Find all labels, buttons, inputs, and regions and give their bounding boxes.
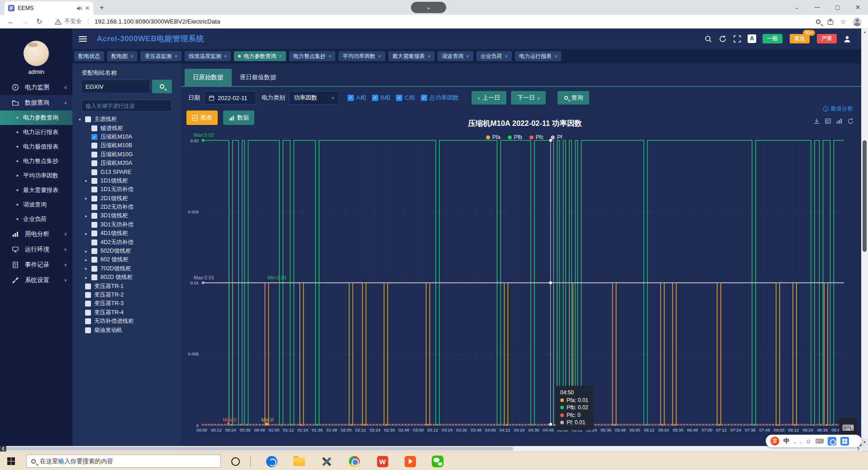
close-tab-icon[interactable]: × [174, 53, 177, 59]
taskbar-search[interactable] [26, 455, 221, 468]
date-input[interactable]: 2022-02-11 [204, 91, 256, 105]
tree-checkbox[interactable] [91, 213, 97, 219]
category-select[interactable]: 功率因数 ∨ [289, 91, 339, 105]
menu-toggle-icon[interactable] [79, 36, 87, 42]
sidebar-item-系统设置[interactable]: 系统设置∨ [0, 273, 72, 288]
share-icon[interactable] [827, 18, 834, 25]
sogou-emoji-icon[interactable]: ☺ [805, 438, 811, 445]
tab-audio-icon[interactable] [76, 5, 82, 11]
tree-item-压缩机M10A[interactable]: ✓压缩机M10A [79, 133, 178, 141]
tree-checkbox[interactable] [91, 187, 97, 192]
nav-tab-最大需量报表[interactable]: 最大需量报表× [388, 51, 434, 61]
station-search-button[interactable] [152, 80, 172, 93]
tree-checkbox[interactable] [91, 143, 97, 149]
back-icon[interactable]: ← [7, 18, 14, 26]
sidebar-subitem-电力参数查询[interactable]: •电力参数查询 [0, 110, 72, 125]
tree-item-变压器TR-2[interactable]: 变压器TR-2 [79, 291, 178, 299]
tree-checkbox[interactable] [91, 266, 97, 272]
nav-tab-配电图[interactable]: 配电图× [107, 51, 137, 61]
close-tab-icon[interactable]: × [279, 53, 281, 59]
tree-checkbox[interactable] [91, 240, 97, 245]
nav-tab-变压器监测[interactable]: 变压器监测× [140, 51, 181, 61]
refresh-icon[interactable] [719, 35, 727, 43]
tree-item-变压器TR-1[interactable]: 变压器TR-1 [79, 282, 178, 290]
sidebar-subitem-平均功率因数[interactable]: •平均功率因数 [0, 168, 72, 183]
tree-checkbox[interactable] [85, 292, 91, 298]
sidebar-subitem-电力极值报表[interactable]: •电力极值报表 [0, 139, 72, 154]
tree-item-变压器TR-4[interactable]: 变压器TR-4 [79, 308, 178, 317]
tree-checkbox[interactable] [85, 283, 91, 289]
tree-item-802D 馈线柜[interactable]: ▸802D 馈线柜 [79, 273, 178, 282]
tree-item-1D1无功补偿[interactable]: 1D1无功补偿 [79, 185, 178, 194]
tree-checkbox[interactable] [91, 169, 97, 175]
close-tab-icon[interactable]: × [329, 53, 331, 59]
tree-item-702D馈线柜[interactable]: ▸702D馈线柜 [79, 264, 178, 273]
tree-checkbox[interactable] [91, 125, 97, 131]
checkbox-总功率因数[interactable]: ✓总功率因数 [421, 94, 459, 102]
tree-item-辅进线柜[interactable]: 辅进线柜 [79, 124, 178, 132]
close-tab-icon[interactable]: × [224, 53, 227, 59]
checkbox-box[interactable]: ✓ [421, 95, 427, 101]
tree-down-arrow-icon[interactable]: ▾ [79, 117, 85, 122]
tree-item-1D1馈线柜[interactable]: ▸1D1馈线柜 [79, 177, 178, 185]
minimize-button[interactable]: — [807, 0, 827, 15]
file-explorer-icon[interactable] [292, 455, 306, 468]
tree-checkbox[interactable] [91, 222, 97, 228]
tree-checkbox[interactable] [91, 152, 97, 158]
prev-day-button[interactable]: ‹ 上一日 [472, 91, 506, 105]
tree-item-压缩机M20A[interactable]: 压缩机M20A [79, 159, 178, 168]
sogou-tool-icon[interactable] [828, 437, 836, 446]
tree-right-arrow-icon[interactable]: ▸ [85, 214, 91, 218]
vertical-scrollbar-thumb[interactable] [863, 140, 867, 252]
tree-item-无功补偿进线柜[interactable]: 无功补偿进线柜 [79, 317, 178, 326]
sogou-logo-icon[interactable]: S [770, 436, 779, 446]
checkbox-box[interactable]: ✓ [396, 95, 402, 101]
tree-item-2D1馈线柜[interactable]: ▸2D1馈线柜 [79, 194, 178, 203]
wechat-icon[interactable] [431, 455, 444, 468]
sub-tab-日原始数据[interactable]: 日原始数据 [185, 69, 232, 86]
tree-filter-input[interactable] [81, 100, 172, 112]
utility-app-icon[interactable] [320, 455, 334, 468]
tree-right-arrow-icon[interactable]: ▸ [85, 231, 91, 236]
start-button[interactable] [7, 457, 15, 465]
sidebar-item-电力监测[interactable]: 电力监测∨ [0, 80, 72, 95]
sidebar-item-数据查询[interactable]: 数据查询∧ [0, 95, 72, 110]
tree-checkbox[interactable] [91, 160, 97, 166]
tree-item-4D1馈线柜[interactable]: ▸4D1馈线柜 [79, 229, 178, 238]
tree-checkbox[interactable] [91, 248, 97, 254]
tree-checkbox[interactable] [91, 196, 97, 201]
tree-right-arrow-icon[interactable]: ▸ [85, 178, 91, 183]
tree-checkbox[interactable] [91, 178, 97, 184]
tree-right-arrow-icon[interactable]: ▸ [85, 275, 91, 280]
user-icon[interactable] [843, 35, 851, 43]
tree-checkbox[interactable]: ✓ [91, 134, 97, 140]
tree-checkbox[interactable] [85, 327, 91, 333]
taskbar-search-input[interactable] [40, 458, 203, 465]
checkbox-A相[interactable]: ✓A相 [348, 94, 366, 102]
checkbox-box[interactable]: ✓ [372, 95, 378, 101]
tree-item-3D1馈线柜[interactable]: ▸3D1馈线柜 [79, 211, 178, 220]
close-tab-icon[interactable]: × [130, 53, 133, 59]
nav-tab-配电状态[interactable]: 配电状态 [74, 51, 104, 61]
alarm-button-一般[interactable]: 一般 [763, 34, 782, 43]
tree-right-arrow-icon[interactable]: ▸ [85, 266, 91, 271]
translate-icon[interactable]: A [748, 34, 756, 43]
alarm-button-严重[interactable]: 严重 [817, 34, 837, 43]
horizontal-scrollbar-thumb[interactable] [6, 447, 513, 451]
nav-tab-电力参数查询[interactable]: 电力参数查询× [234, 51, 286, 61]
tree-checkbox[interactable] [91, 204, 97, 210]
nav-tab-平均功率因数[interactable]: 平均功率因数× [339, 51, 385, 61]
tree-item-柴油发动机[interactable]: 柴油发动机 [79, 326, 178, 334]
scroll-down-icon[interactable]: ▼ [861, 439, 868, 446]
maximize-button[interactable]: ▢ [827, 0, 848, 15]
forward-icon[interactable]: → [22, 18, 29, 26]
sidebar-subitem-最大需量报表[interactable]: •最大需量报表 [0, 183, 72, 197]
tree-checkbox[interactable] [85, 301, 91, 307]
tree-item-压缩机M10B[interactable]: 压缩机M10B [79, 141, 178, 150]
nav-tab-电力整点集抄[interactable]: 电力整点集抄× [289, 51, 335, 61]
sidebar-item-运行环境[interactable]: 运行环境∨ [0, 242, 72, 257]
bookmark-star-icon[interactable]: ☆ [840, 18, 846, 26]
checkbox-B相[interactable]: ✓B相 [372, 94, 391, 102]
tree-item-G13 SPARE[interactable]: G13 SPARE [79, 168, 178, 176]
extreme-analysis-link[interactable]: 最值分析 [823, 105, 853, 113]
